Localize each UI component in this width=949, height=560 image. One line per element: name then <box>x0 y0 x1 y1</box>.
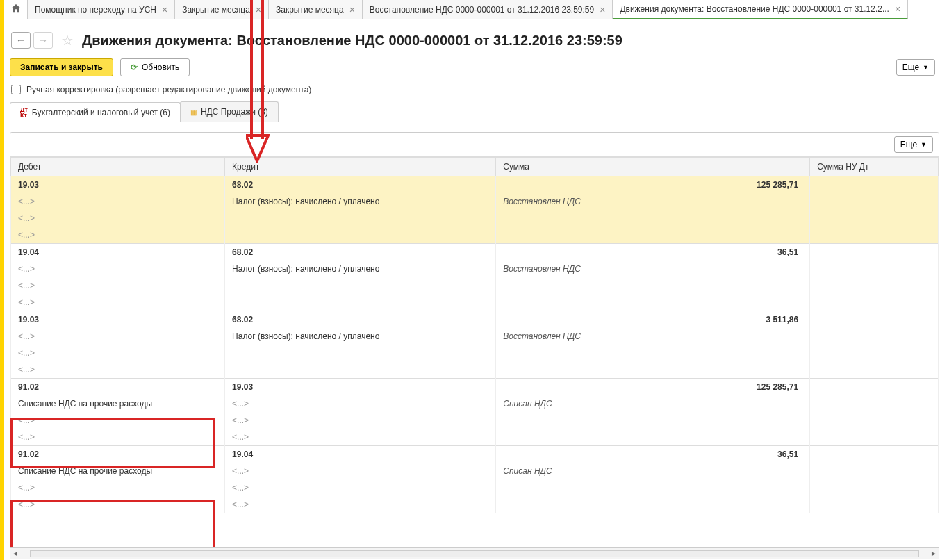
close-icon[interactable]: × <box>349 4 355 15</box>
debit-account: 19.04 <box>11 244 225 261</box>
close-icon[interactable]: × <box>600 4 605 15</box>
debit-sub: <...> <box>11 412 225 429</box>
back-button[interactable]: ← <box>11 32 31 49</box>
tab-1[interactable]: Закрытие месяца × <box>175 0 269 19</box>
panel-more-button[interactable]: Еще ▼ <box>894 136 933 153</box>
entry-sumnu <box>810 379 939 396</box>
tab-label: Восстановление НДС 0000-000001 от 31.12.… <box>370 5 594 15</box>
table-row[interactable]: 91.0219.0436,51 <box>11 446 939 463</box>
forward-button[interactable]: → <box>33 32 53 49</box>
refresh-label: Обновить <box>142 63 179 72</box>
refresh-icon: ⟳ <box>131 63 138 72</box>
table-row[interactable]: Списание НДС на прочие расходы<...>Списа… <box>11 395 939 412</box>
dtkt-icon: ДтКт <box>20 107 28 118</box>
table-row[interactable]: <...>Налог (взносы): начислено / уплачен… <box>11 261 939 277</box>
credit-account: 68.02 <box>225 244 496 261</box>
entry-sum: 125 285,71 <box>496 176 810 194</box>
entry-sum: 36,51 <box>496 244 810 261</box>
credit-sub: <...> <box>225 479 496 496</box>
close-icon[interactable]: × <box>162 4 167 15</box>
table-row[interactable]: <...><...> <box>11 479 939 496</box>
debit-sub: <...> <box>11 345 225 361</box>
tab-label: Закрытие месяца <box>276 5 344 15</box>
credit-sub: <...> <box>225 412 496 429</box>
tab-nds-sales[interactable]: ▦ НДС Продажи (3) <box>180 101 279 122</box>
col-credit[interactable]: Кредит <box>225 158 496 176</box>
manual-adjust-label: Ручная корректировка (разрешает редактир… <box>26 85 311 94</box>
col-debit[interactable]: Дебет <box>11 158 225 176</box>
table-row[interactable]: <...>Налог (взносы): начислено / уплачен… <box>11 328 939 345</box>
table-scroll[interactable]: Дебет Кредит Сумма Сумма НУ Дт 19.0368.0… <box>10 157 939 547</box>
register-tabs: ДтКт Бухгалтерский и налоговый учет (6) … <box>10 101 949 122</box>
table-row[interactable]: <...> <box>11 277 939 294</box>
tab-0[interactable]: Помощник по переходу на УСН × <box>28 0 175 19</box>
table-row[interactable]: <...> <box>11 361 939 379</box>
credit-desc: Налог (взносы): начислено / уплачено <box>225 193 496 210</box>
debit-sub: <...> <box>11 479 225 496</box>
entry-sumnu <box>810 176 939 194</box>
manual-adjust-checkbox[interactable] <box>11 85 21 94</box>
debit-desc: <...> <box>11 261 225 277</box>
credit-sub <box>225 345 496 361</box>
col-sumnu[interactable]: Сумма НУ Дт <box>810 158 939 176</box>
tab-label: Движения документа: Восстановление НДС 0… <box>620 4 889 14</box>
entry-sum: 3 511,86 <box>496 311 810 329</box>
debit-sub: <...> <box>11 277 225 294</box>
credit-account: 68.02 <box>225 176 496 194</box>
debit-desc: <...> <box>11 193 225 210</box>
entry-sum: 125 285,71 <box>496 379 810 396</box>
horizontal-scrollbar[interactable]: ◄ ► <box>10 547 939 559</box>
credit-sub <box>225 294 496 311</box>
table-row[interactable]: <...>Налог (взносы): начислено / уплачен… <box>11 193 939 210</box>
table-row[interactable]: 91.0219.03125 285,71 <box>11 379 939 396</box>
close-icon[interactable]: × <box>256 4 261 15</box>
scroll-right-icon[interactable]: ► <box>929 550 939 557</box>
document-icon: ▦ <box>190 108 197 116</box>
credit-sub: <...> <box>225 429 496 446</box>
table-row[interactable]: 19.0368.023 511,86 <box>11 311 939 329</box>
entries-table: Дебет Кредит Сумма Сумма НУ Дт 19.0368.0… <box>10 157 939 513</box>
debit-desc: Списание НДС на прочие расходы <box>11 395 225 412</box>
close-icon[interactable]: × <box>895 3 900 15</box>
credit-desc: Налог (взносы): начислено / уплачено <box>225 328 496 345</box>
debit-sub: <...> <box>11 429 225 446</box>
debit-sub: <...> <box>11 210 225 227</box>
table-row[interactable]: <...> <box>11 345 939 361</box>
credit-sub <box>225 361 496 379</box>
manual-adjust-row: Ручная корректировка (разрешает редактир… <box>0 79 949 101</box>
more-label: Еще <box>902 63 919 72</box>
window-tabs: Помощник по переходу на УСН × Закрытие м… <box>4 0 949 19</box>
more-label: Еще <box>900 140 917 149</box>
credit-desc: <...> <box>225 463 496 479</box>
sum-note: Восстановлен НДС <box>496 193 810 210</box>
table-row[interactable]: <...><...> <box>11 496 939 513</box>
more-button[interactable]: Еще ▼ <box>896 59 935 76</box>
credit-sub <box>225 227 496 244</box>
debit-account: 19.03 <box>11 176 225 194</box>
scroll-track[interactable] <box>30 550 919 557</box>
entry-sumnu <box>810 446 939 463</box>
home-tab[interactable] <box>4 0 28 19</box>
table-row[interactable]: <...> <box>11 227 939 244</box>
tab-4[interactable]: Движения документа: Восстановление НДС 0… <box>613 0 908 19</box>
scroll-left-icon[interactable]: ◄ <box>10 550 20 557</box>
credit-sub <box>225 210 496 227</box>
table-row[interactable]: Списание НДС на прочие расходы<...>Списа… <box>11 463 939 479</box>
refresh-button[interactable]: ⟳ Обновить <box>120 58 190 76</box>
save-close-button[interactable]: Записать и закрыть <box>10 58 113 76</box>
col-sum[interactable]: Сумма <box>496 158 810 176</box>
table-row[interactable]: <...> <box>11 294 939 311</box>
favorite-icon[interactable]: ☆ <box>61 32 74 49</box>
inner-tab-label: НДС Продажи (3) <box>201 107 268 117</box>
debit-account: 91.02 <box>11 446 225 463</box>
table-row[interactable]: 19.0468.0236,51 <box>11 244 939 261</box>
table-row[interactable]: 19.0368.02125 285,71 <box>11 176 939 194</box>
table-row[interactable]: <...> <box>11 210 939 227</box>
tab-3[interactable]: Восстановление НДС 0000-000001 от 31.12.… <box>363 0 613 19</box>
table-row[interactable]: <...><...> <box>11 412 939 429</box>
tab-accounting[interactable]: ДтКт Бухгалтерский и налоговый учет (6) <box>10 102 181 122</box>
tab-label: Закрытие месяца <box>182 5 250 15</box>
records-panel: Еще ▼ Дебет Кредит Сумма Сумма НУ Дт 19.… <box>10 132 939 559</box>
table-row[interactable]: <...><...> <box>11 429 939 446</box>
tab-2[interactable]: Закрытие месяца × <box>269 0 363 19</box>
